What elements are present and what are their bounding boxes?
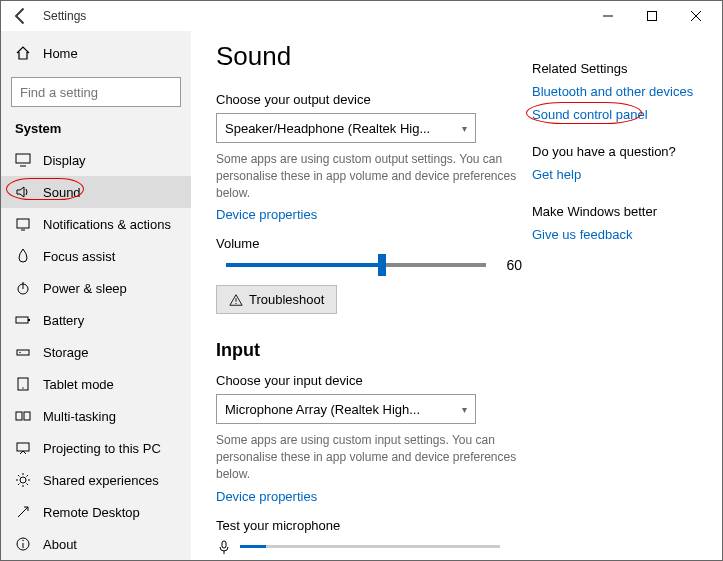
info-icon (15, 536, 31, 552)
sidebar-item-label: Storage (43, 345, 89, 360)
mic-test-row (216, 539, 522, 555)
multitask-icon (15, 408, 31, 424)
volume-slider[interactable] (226, 263, 486, 267)
home-label: Home (43, 46, 78, 61)
sidebar-item-display[interactable]: Display (1, 144, 191, 176)
minimize-button[interactable] (586, 1, 630, 31)
sidebar-item-label: Power & sleep (43, 281, 127, 296)
feedback-link[interactable]: Give us feedback (532, 227, 702, 242)
svg-rect-8 (17, 219, 29, 228)
question-heading: Do you have a question? (532, 144, 702, 159)
sidebar-item-remote[interactable]: Remote Desktop (1, 496, 191, 528)
mic-test-label: Test your microphone (216, 518, 522, 533)
focus-icon (15, 248, 31, 264)
back-button[interactable] (11, 6, 31, 26)
search-input[interactable] (20, 85, 188, 100)
sidebar-item-label: Tablet mode (43, 377, 114, 392)
search-box[interactable] (11, 77, 181, 107)
sidebar-group-heading: System (1, 119, 191, 144)
content: Sound Choose your output device Speaker/… (191, 31, 722, 561)
sidebar-item-tablet[interactable]: Tablet mode (1, 368, 191, 400)
svg-point-26 (22, 540, 23, 541)
notifications-icon (15, 216, 31, 232)
volume-value: 60 (506, 257, 522, 273)
sidebar-item-about[interactable]: About (1, 528, 191, 560)
gear-icon (15, 472, 31, 488)
svg-rect-6 (16, 154, 30, 163)
sidebar-item-label: Battery (43, 313, 84, 328)
close-button[interactable] (674, 1, 718, 31)
sidebar-item-label: Remote Desktop (43, 505, 140, 520)
sidebar-item-shared[interactable]: Shared experiences (1, 464, 191, 496)
sound-icon (15, 184, 31, 200)
bluetooth-link[interactable]: Bluetooth and other devices (532, 84, 702, 99)
chevron-down-icon: ▾ (462, 404, 467, 415)
svg-rect-19 (24, 412, 30, 420)
microphone-icon (216, 539, 232, 555)
get-help-link[interactable]: Get help (532, 167, 702, 182)
svg-rect-1 (648, 12, 657, 21)
display-icon (15, 152, 31, 168)
troubleshoot-label: Troubleshoot (249, 292, 324, 307)
aside-column: Related Settings Bluetooth and other dev… (522, 41, 702, 561)
home-icon (15, 45, 31, 61)
input-device-select[interactable]: Microphone Array (Realtek High... ▾ (216, 394, 476, 424)
chevron-down-icon: ▾ (462, 123, 467, 134)
sidebar-item-label: Focus assist (43, 249, 115, 264)
volume-row: 60 (216, 257, 522, 273)
sidebar-item-sound[interactable]: Sound (1, 176, 191, 208)
sidebar-item-label: Projecting to this PC (43, 441, 161, 456)
volume-slider-thumb[interactable] (378, 254, 386, 276)
svg-rect-18 (16, 412, 22, 420)
sidebar-item-focus-assist[interactable]: Focus assist (1, 240, 191, 272)
battery-icon (15, 312, 31, 328)
svg-rect-20 (17, 443, 29, 451)
sidebar-item-label: Multi-tasking (43, 409, 116, 424)
window-title: Settings (43, 9, 86, 23)
main-column: Sound Choose your output device Speaker/… (216, 41, 522, 561)
sound-control-panel-link[interactable]: Sound control panel (532, 107, 702, 122)
page-title: Sound (216, 41, 522, 72)
input-device-value: Microphone Array (Realtek High... (225, 402, 420, 417)
input-hint: Some apps are using custom input setting… (216, 432, 522, 482)
sidebar-item-label: About (43, 537, 77, 552)
titlebar: Settings (1, 1, 722, 31)
project-icon (15, 440, 31, 456)
sidebar-item-storage[interactable]: Storage (1, 336, 191, 368)
svg-point-28 (235, 303, 236, 304)
sidebar-item-notifications[interactable]: Notifications & actions (1, 208, 191, 240)
sidebar-item-projecting[interactable]: Projecting to this PC (1, 432, 191, 464)
power-icon (15, 280, 31, 296)
output-device-properties-link[interactable]: Device properties (216, 207, 317, 222)
svg-rect-12 (16, 317, 28, 323)
sidebar-item-power[interactable]: Power & sleep (1, 272, 191, 304)
input-heading: Input (216, 340, 522, 361)
svg-line-23 (24, 507, 28, 511)
output-troubleshoot-button[interactable]: Troubleshoot (216, 285, 337, 314)
svg-line-22 (18, 511, 24, 517)
output-device-label: Choose your output device (216, 92, 522, 107)
sidebar-item-label: Shared experiences (43, 473, 159, 488)
storage-icon (15, 344, 31, 360)
sidebar-item-label: Sound (43, 185, 81, 200)
remote-icon (15, 504, 31, 520)
maximize-button[interactable] (630, 1, 674, 31)
feedback-heading: Make Windows better (532, 204, 702, 219)
svg-rect-14 (17, 350, 29, 355)
sidebar-item-multitasking[interactable]: Multi-tasking (1, 400, 191, 432)
volume-label: Volume (216, 236, 522, 251)
home-nav[interactable]: Home (1, 39, 191, 67)
output-device-select[interactable]: Speaker/Headphone (Realtek Hig... ▾ (216, 113, 476, 143)
output-device-value: Speaker/Headphone (Realtek Hig... (225, 121, 430, 136)
sidebar-item-label: Display (43, 153, 86, 168)
sidebar: Home System Display Sound Notifications … (1, 31, 191, 561)
svg-rect-13 (28, 319, 30, 321)
related-settings-heading: Related Settings (532, 61, 702, 76)
sidebar-item-label: Notifications & actions (43, 217, 171, 232)
svg-point-17 (22, 387, 23, 388)
svg-point-21 (20, 477, 26, 483)
svg-point-15 (19, 352, 20, 353)
sidebar-item-battery[interactable]: Battery (1, 304, 191, 336)
input-device-properties-link[interactable]: Device properties (216, 489, 317, 504)
warning-icon (229, 293, 243, 307)
